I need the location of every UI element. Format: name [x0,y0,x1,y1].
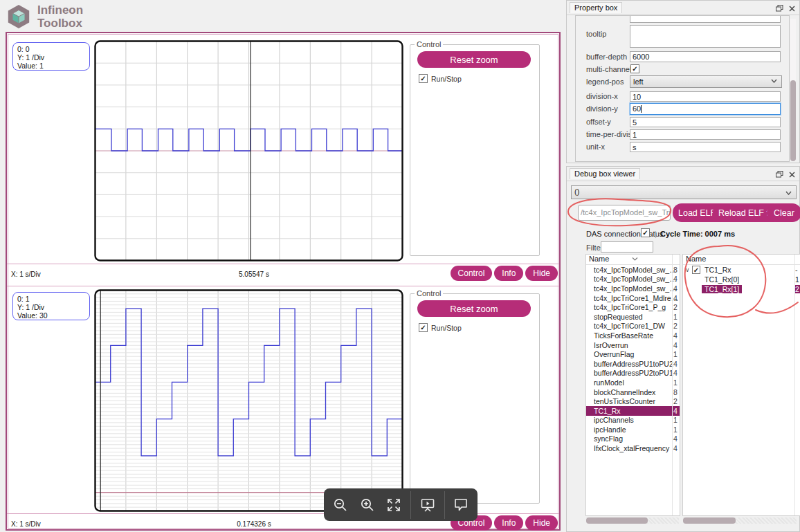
hide-button[interactable]: Hide [525,266,558,281]
fullscreen-button[interactable] [383,495,404,515]
variable-row[interactable]: tc4x_IpcTopModel_sw_TriCore1...4 [586,284,680,293]
cursor-time-readout: 5.05547 s [209,270,299,278]
variable-row[interactable]: blockChannelIndex8 [586,387,680,397]
zoom-out-button[interactable] [330,495,351,515]
tree-item-value-clipped: 2 [795,285,800,293]
clear-button[interactable]: Clear [767,203,800,222]
variable-row[interactable]: tc4x_IpcTopModel_sw_TriCore1...4 [586,275,680,284]
close-panel-button[interactable] [787,169,797,179]
column-header-name: Name [589,255,609,263]
time-per-division-x-field[interactable]: 1 [630,129,781,140]
variable-row[interactable]: runModel1 [586,378,680,387]
run-stop-checkbox[interactable] [419,74,428,83]
variable-row[interactable]: stopRequested1 [586,312,680,322]
offset-y-field[interactable]: 5 [630,117,781,127]
clipped-field-above[interactable] [630,15,781,23]
debug-box-panel: Debug box viewer () /tc4x_IpcTopModel_sw… [566,166,800,532]
variable-row[interactable]: syncFlag4 [586,434,680,444]
variable-name: tc4x_IpcTopModel_sw_TriCore1... [594,284,680,293]
tree-row[interactable]: TC1_Rx[0]1 [683,275,800,284]
variable-name: TC1_Rx [594,407,680,415]
variable-row[interactable]: IfxClock_xtalFrequency4 [586,443,680,453]
comment-icon [453,497,469,513]
variable-row[interactable]: bufferAddressPU2toPU14 [586,369,680,378]
variable-row[interactable]: tc4x_IpcTriCore1_P_g2 [586,302,680,312]
panel-title: Property box [570,2,622,13]
variable-row[interactable]: tc4x_IpcTriCore1_MdlrefDW4 [586,293,680,303]
divider [7,264,559,264]
property-label: division-x [586,92,618,100]
variable-name: IsrOverrun [594,341,680,349]
column-separator[interactable] [794,255,795,515]
cycle-time-label: Cycle Time: 0007 ms [660,230,735,238]
variable-row[interactable]: OverrunFlag1 [586,349,680,359]
variable-value-clipped: 4 [673,360,680,368]
tooltip-field[interactable] [630,25,781,48]
tree-list-header[interactable]: Name [683,255,800,265]
variable-value-clipped: 8 [673,388,680,396]
tree-item-label: TC1_Rx[0] [702,275,742,284]
variable-value-clipped: 4 [673,434,680,443]
panel-title: Debug box viewer [570,168,640,179]
scope1-plot-canvas[interactable] [94,289,403,512]
buffer-depth-field[interactable]: 6000 [630,51,781,62]
das-status-checkbox[interactable] [641,228,650,237]
variable-row[interactable]: tc4x_IpcTriCore1_DW2 [586,322,680,331]
scope0-plot-canvas[interactable] [94,40,403,262]
x-division-label: X: 1 s/Div [11,270,41,278]
variable-row[interactable]: bufferAddressPU1toPU24 [586,359,680,369]
tree-hscrollbar-thumb[interactable] [683,517,736,524]
multi-channel-checkbox[interactable] [630,64,639,73]
property-box-panel: Property box tooltip buffer-depth 6000 m… [566,0,800,163]
division-y-field[interactable]: 60 [630,103,781,115]
variable-row[interactable]: IsrOverrun4 [586,340,680,350]
variable-name: tc4x_IpcTopModel_sw_TriCore1_B [594,266,680,274]
reset-zoom-button[interactable]: Reset zoom [417,51,531,68]
run-stop-label: Run/Stop [431,324,462,332]
variable-name: OverrunFlag [594,350,680,358]
expand-chevron-icon[interactable]: ∨ [685,266,692,273]
tree-item-value-clipped: - [795,266,800,274]
info-button[interactable]: Info [494,266,523,281]
variables-rows: tc4x_IpcTopModel_sw_TriCore1_B8tc4x_IpcT… [586,265,680,453]
expression-combobox[interactable]: () [571,185,797,199]
division-x-field[interactable]: 10 [630,91,781,102]
variable-row[interactable]: tc4x_IpcTopModel_sw_TriCore1_B8 [586,265,680,275]
variable-value-clipped: 4 [673,275,680,283]
float-panel-button[interactable] [774,169,784,179]
close-panel-button[interactable] [787,3,797,13]
control-group-title: Control [415,40,443,48]
reset-zoom-button[interactable]: Reset zoom [417,300,531,317]
elf-path-field[interactable]: /tc4x_IpcTopModel_sw_TriCore1.elf [578,205,671,221]
variable-name: stopRequested [594,313,680,321]
column-separator[interactable] [672,255,673,515]
variable-row[interactable]: ipcHandle1 [586,425,680,434]
run-stop-checkbox[interactable] [419,323,428,332]
legend-pos-select[interactable]: left [630,75,782,88]
tree-item-label: TC1_Rx [702,266,734,274]
tree-row[interactable]: ∨TC1_Rx- [683,265,800,275]
variable-row[interactable]: TC1_Rx4 [586,406,680,416]
zoom-in-button[interactable] [357,495,378,515]
separator-bar: | [655,230,657,238]
variable-row[interactable]: tenUsTicksCounter2 [586,396,680,406]
zoom-out-icon [332,497,349,513]
control-button[interactable]: Control [451,266,493,281]
tree-item-checkbox[interactable] [692,266,700,274]
filter-input[interactable] [601,241,653,253]
text-caret [641,105,642,113]
float-panel-button[interactable] [774,3,784,13]
variables-hscrollbar-thumb[interactable] [586,517,648,524]
presentation-button[interactable] [417,495,438,515]
info-button[interactable]: Info [494,515,523,531]
variables-list-header[interactable]: Name [586,255,680,265]
variable-row[interactable]: ipcChannels1 [586,416,680,425]
hide-button[interactable]: Hide [525,515,558,531]
property-scrollbar-thumb[interactable] [790,80,796,161]
unit-x-field[interactable]: s [630,142,781,152]
tree-row[interactable]: TC1_Rx[1]2 [683,284,800,294]
comment-button[interactable] [451,495,471,515]
variable-row[interactable]: TicksForBaseRate4 [586,331,680,340]
close-icon [789,172,795,178]
tree-rows: ∨TC1_Rx-TC1_Rx[0]1TC1_Rx[1]2 [683,265,800,294]
